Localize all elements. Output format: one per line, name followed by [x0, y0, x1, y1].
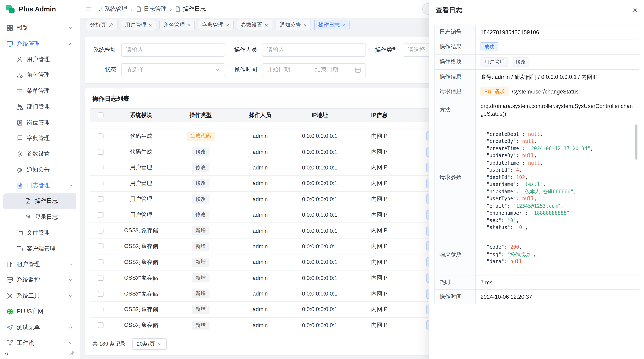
operation-type-badge: 修改: [192, 179, 210, 188]
tab-notice[interactable]: 通知公告×: [276, 20, 311, 30]
row-checkbox[interactable]: [98, 291, 104, 297]
sidebar-item-client-mgmt[interactable]: 客户端管理: [3, 241, 76, 256]
sidebar-collapse-button[interactable]: «: [5, 350, 8, 357]
cell-ip-info: 内网IP: [350, 302, 409, 317]
breadcrumb-item[interactable]: 日志管理: [136, 5, 166, 13]
detail-row-request-params: 请求参数{ "createDept": null, "createBy": nu…: [434, 121, 639, 234]
close-icon[interactable]: ×: [265, 22, 268, 28]
close-icon[interactable]: ×: [342, 22, 346, 28]
cell-ip: 0:0:0:0:0:0:0:1: [290, 286, 350, 302]
row-checkbox[interactable]: [98, 181, 104, 186]
tab-oper-log[interactable]: 操作日志×: [314, 20, 350, 30]
operation-type-badge: 新增: [192, 258, 210, 267]
sidebar-item-notice[interactable]: 通知公告: [3, 162, 76, 178]
page-size-select[interactable]: 20条/页: [132, 338, 167, 350]
cell-operation-type: 新增: [171, 255, 230, 270]
sidebar-item-workflow[interactable]: 工作流: [3, 335, 76, 347]
sidebar-item-system-mgmt[interactable]: 系统管理: [3, 36, 76, 52]
log-icon: [16, 182, 23, 189]
sidebar-item-menu-mgmt[interactable]: 菜单管理: [3, 83, 76, 99]
placeholder-text: 请选择: [126, 66, 212, 73]
operation-type-badge: 新增: [192, 226, 210, 235]
row-checkbox[interactable]: [98, 275, 104, 281]
sidebar-item-role-mgmt[interactable]: 角色管理: [3, 67, 76, 83]
operator-input[interactable]: 请输入: [262, 43, 366, 56]
tab-role-mgmt[interactable]: 角色管理×: [160, 20, 195, 30]
cell-operator: admin: [230, 160, 290, 175]
sidebar-item-overview[interactable]: 概览: [3, 20, 76, 36]
close-icon[interactable]: ×: [304, 22, 307, 28]
sidebar-item-dict-mgmt[interactable]: 字典管理: [3, 130, 76, 146]
row-checkbox[interactable]: [98, 307, 104, 312]
log-detail-drawer: 查看日志 × 日志编号1842781986426159106操作结果成功操作模块…: [429, 0, 644, 359]
tab-user-mgmt[interactable]: 用户管理×: [121, 20, 156, 30]
close-icon[interactable]: ×: [632, 6, 638, 14]
cell-operation-type: 修改: [171, 176, 230, 191]
detail-row-cost-time: 耗时7 ms: [434, 276, 639, 290]
sidebar-item-post-mgmt[interactable]: 岗位管理: [3, 115, 76, 130]
system-module-input[interactable]: 请输入: [121, 43, 225, 56]
sidebar-item-oper-log[interactable]: 操作日志: [3, 193, 76, 209]
sidebar-item-log-mgmt[interactable]: 日志管理: [3, 178, 76, 193]
breadcrumb-label: 操作日志: [183, 5, 206, 13]
operation-type-badge: 修改: [192, 195, 210, 204]
sidebar-item-param-settings[interactable]: 参数设置: [3, 146, 76, 162]
cell-ip-info: 内网IP: [350, 129, 409, 144]
sidebar-item-plus-website[interactable]: PLUS官网: [3, 304, 76, 320]
filter-operation-time: 操作时间开始日期→结束日期: [228, 63, 366, 76]
detail-row-info: 操作信息账号: admin / 研发部门 / 0:0:0:0:0:0:0:1 /…: [434, 70, 639, 84]
chevron-down-icon: [68, 293, 73, 298]
sidebar-item-test-menu[interactable]: 测试菜单: [3, 320, 76, 335]
row-checkbox[interactable]: [98, 259, 104, 265]
row-checkbox[interactable]: [98, 133, 104, 139]
cell-ip: 0:0:0:0:0:0:0:1: [290, 239, 350, 254]
close-icon[interactable]: ×: [149, 22, 152, 28]
sidebar-item-label: 用户管理: [27, 56, 50, 63]
sidebar-item-file-mgmt[interactable]: 文件管理: [3, 225, 76, 241]
detail-value: 1842781986426159106: [480, 28, 539, 36]
sidebar-item-system-monitor[interactable]: 系统监控: [3, 272, 76, 288]
row-checkbox[interactable]: [98, 149, 104, 155]
tab-dict-mgmt[interactable]: 字典管理×: [198, 20, 234, 30]
code-block[interactable]: { "createDept": null, "createBy": null, …: [480, 124, 634, 231]
detail-row-request: 请求信息PUT请求/system/user/changeStatus: [434, 84, 639, 99]
cell-operation-type: 生成代码: [171, 129, 230, 144]
tab-param-settings[interactable]: 参数设置×: [237, 20, 272, 30]
operation-time-input[interactable]: 开始日期→结束日期: [262, 63, 366, 76]
code-block[interactable]: { "code": 200, "msg": "操作成功", "data": nu…: [480, 237, 634, 273]
sidebar-item-tenant-mgmt[interactable]: 租户管理: [3, 257, 76, 272]
breadcrumb-item[interactable]: 系统管理: [96, 5, 127, 13]
row-checkbox[interactable]: [98, 212, 104, 218]
cell-module: OSS对象存储: [111, 223, 171, 238]
chevron-down-icon: [68, 341, 73, 346]
close-icon[interactable]: ×: [187, 22, 191, 28]
column-header: IP信息: [350, 109, 409, 122]
row-checkbox[interactable]: [98, 322, 104, 328]
pin-icon[interactable]: [70, 351, 75, 356]
placeholder-text: 请输入: [126, 46, 220, 54]
sidebar: Plus Admin 概览系统管理用户管理角色管理菜单管理部门管理岗位管理字典管…: [0, 0, 80, 359]
row-checkbox[interactable]: [98, 244, 104, 249]
workflow-icon: [6, 340, 13, 347]
sidebar-item-label: 客户端管理: [27, 245, 56, 252]
row-checkbox[interactable]: [98, 196, 104, 202]
scrollbar-thumb[interactable]: [635, 124, 638, 160]
sidebar-item-label: 角色管理: [27, 71, 50, 79]
row-checkbox[interactable]: [98, 228, 104, 234]
sidebar-item-dept-mgmt[interactable]: 部门管理: [3, 99, 76, 115]
cell-operation-type: 新增: [171, 270, 230, 286]
breadcrumb-label: 日志管理: [144, 5, 167, 13]
status-input[interactable]: 请选择: [121, 63, 225, 76]
cell-operation-type: 修改: [171, 144, 230, 160]
tab-analysis[interactable]: 分析页: [86, 20, 118, 30]
sidebar-item-login-log[interactable]: 登录日志: [3, 209, 76, 225]
detail-label: 方法: [434, 99, 476, 121]
app-logo[interactable]: Plus Admin: [0, 0, 80, 18]
close-icon[interactable]: ×: [226, 22, 230, 28]
row-checkbox[interactable]: [98, 165, 104, 171]
select-all-checkbox[interactable]: [98, 112, 104, 118]
column-header: 操作类型: [171, 109, 230, 122]
sidebar-item-user-mgmt[interactable]: 用户管理: [3, 52, 76, 67]
sidebar-item-system-tools[interactable]: 系统工具: [3, 288, 76, 304]
hamburger-menu-icon[interactable]: [85, 6, 92, 12]
